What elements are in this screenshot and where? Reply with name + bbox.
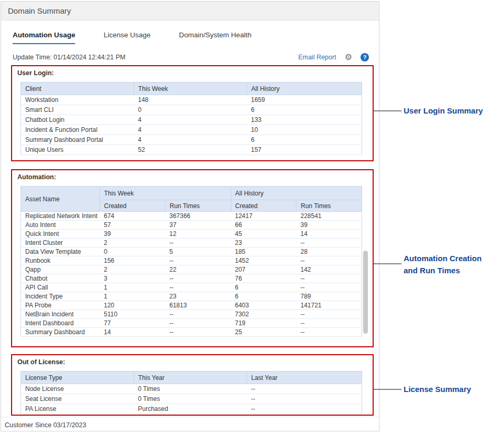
- table-row: Workstation1481659: [21, 95, 362, 105]
- table-cell: 2: [100, 239, 166, 248]
- column-group-this-week: This Week: [100, 187, 231, 200]
- table-cell: Workstation: [21, 95, 134, 105]
- automation-section-title: Automation:: [17, 173, 56, 181]
- table-cell: 789: [296, 292, 362, 301]
- table-cell: --: [296, 310, 362, 319]
- column-header-license-type: License Type: [21, 372, 134, 384]
- update-time-text: Update Time: 01/14/2024 12:44:21 PM: [13, 54, 126, 61]
- table-row: Chatbot3--76--: [21, 274, 362, 283]
- out-of-license-table: License Type This Year Last Year Node Li…: [20, 371, 362, 414]
- column-header-created-history: Created: [231, 200, 296, 212]
- column-header-all-history: All History: [247, 83, 362, 95]
- table-cell: Replicated Network Intent: [21, 212, 100, 221]
- update-actions: Email Report ⚙ ?: [298, 53, 369, 61]
- out-of-license-table-header: License Type This Year Last Year: [21, 372, 362, 384]
- table-cell: 142: [296, 265, 362, 274]
- table-cell: 14: [296, 230, 362, 239]
- table-cell: 5110: [100, 310, 166, 319]
- table-cell: 6: [231, 283, 296, 292]
- tab-license-usage[interactable]: License Usage: [104, 31, 150, 44]
- table-cell: 2: [100, 265, 166, 274]
- table-cell: NetBrain Incident: [21, 310, 100, 319]
- table-cell: Intent Cluster: [21, 239, 100, 248]
- tab-bar: Automation Usage License Usage Domain/Sy…: [13, 31, 252, 44]
- table-cell: Chatbot Login: [21, 115, 134, 125]
- table-cell: Runbook: [21, 256, 100, 265]
- table-row: Intent Dashboard77--719--: [21, 319, 362, 328]
- table-row: Smart CLI06: [21, 105, 362, 115]
- table-cell: 1: [100, 283, 166, 292]
- automation-table: Asset Name This Week All History Created…: [20, 186, 362, 337]
- table-cell: 4: [134, 125, 247, 135]
- table-cell: 23: [165, 292, 231, 301]
- table-row: Auto Intent57376639: [21, 221, 362, 230]
- column-header-last-year: Last Year: [247, 372, 362, 384]
- table-row: NetBrain Incident5110--7302--: [21, 310, 362, 319]
- table-cell: 6: [247, 105, 362, 115]
- table-cell: 156: [100, 256, 166, 265]
- out-of-license-table-body: Node License0 Times--Seat License0 Times…: [21, 384, 362, 414]
- table-cell: Chatbot: [21, 274, 100, 283]
- user-login-table-header: Client This Week All History: [21, 83, 362, 95]
- table-row: Unique Users52157: [21, 145, 362, 155]
- user-login-callout-box: User Login: Client This Week All History…: [11, 65, 374, 161]
- table-cell: 57: [100, 221, 166, 230]
- table-cell: 141721: [296, 301, 362, 310]
- domain-summary-panel: Domain Summary Automation Usage License …: [1, 1, 379, 431]
- table-cell: --: [296, 256, 362, 265]
- table-cell: --: [165, 319, 231, 328]
- table-cell: --: [165, 328, 231, 337]
- table-cell: Data View Template: [21, 248, 100, 256]
- vertical-scrollbar-thumb[interactable]: [363, 251, 368, 334]
- table-cell: 4: [134, 135, 247, 145]
- table-cell: 6403: [231, 301, 296, 310]
- column-header-runtimes-history: Run Times: [296, 200, 362, 212]
- table-cell: 228541: [296, 212, 362, 221]
- table-row: Incident & Function Portal410: [21, 125, 362, 135]
- table-cell: Incident & Function Portal: [21, 125, 134, 135]
- tab-domain-system-health[interactable]: Domain/System Health: [179, 31, 252, 44]
- table-row: Replicated Network Intent674367366124172…: [21, 212, 362, 221]
- table-cell: 52: [134, 145, 247, 155]
- table-cell: 207: [231, 265, 296, 274]
- column-header-created-week: Created: [100, 200, 166, 212]
- table-cell: --: [247, 404, 362, 414]
- out-of-license-section-title: Out of License:: [17, 358, 65, 366]
- user-login-table: Client This Week All History Workstation…: [20, 82, 362, 155]
- table-cell: 0 Times: [134, 384, 247, 394]
- table-cell: 4: [134, 115, 247, 125]
- annotation-license-summary: License Summary: [404, 385, 471, 394]
- table-cell: 37: [165, 221, 231, 230]
- table-cell: --: [247, 384, 362, 394]
- titlebar: Domain Summary: [1, 2, 379, 20]
- annotation-user-login-summary: User Login Summary: [404, 106, 483, 115]
- table-cell: Unique Users: [21, 145, 134, 155]
- table-cell: 6: [231, 292, 296, 301]
- footer: Customer Since 03/17/2023: [1, 417, 379, 429]
- user-login-table-body: Workstation1481659Smart CLI06Chatbot Log…: [21, 95, 362, 155]
- help-icon[interactable]: ?: [361, 53, 369, 61]
- screenshot-root: Domain Summary Automation Usage License …: [0, 0, 504, 433]
- tab-automation-usage[interactable]: Automation Usage: [13, 31, 75, 44]
- table-cell: 133: [247, 115, 362, 125]
- table-row: Incident Type1236789: [21, 292, 362, 301]
- table-cell: Auto Intent: [21, 221, 100, 230]
- column-header-asset-name: Asset Name: [21, 187, 100, 212]
- table-cell: 10: [247, 125, 362, 135]
- table-cell: 12: [165, 230, 231, 239]
- gear-icon[interactable]: ⚙: [345, 53, 352, 61]
- table-cell: Seat License: [21, 394, 134, 404]
- table-cell: Incident Type: [21, 292, 100, 301]
- table-cell: 674: [100, 212, 166, 221]
- annotation-automation-creation: Automation Creation and Run Times: [404, 252, 496, 276]
- automation-table-body: Replicated Network Intent674367366124172…: [21, 212, 362, 337]
- table-cell: API Call: [21, 283, 100, 292]
- customer-since-text: Customer Since 03/17/2023: [5, 421, 86, 429]
- table-cell: Purchased: [134, 404, 247, 414]
- email-report-link[interactable]: Email Report: [298, 54, 336, 61]
- table-cell: 14: [100, 328, 166, 337]
- table-cell: --: [247, 394, 362, 404]
- table-row: API Call1--6--: [21, 283, 362, 292]
- automation-callout-box: Automation: Asset Name This Week All His…: [11, 169, 374, 347]
- table-cell: Quick Intent: [21, 230, 100, 239]
